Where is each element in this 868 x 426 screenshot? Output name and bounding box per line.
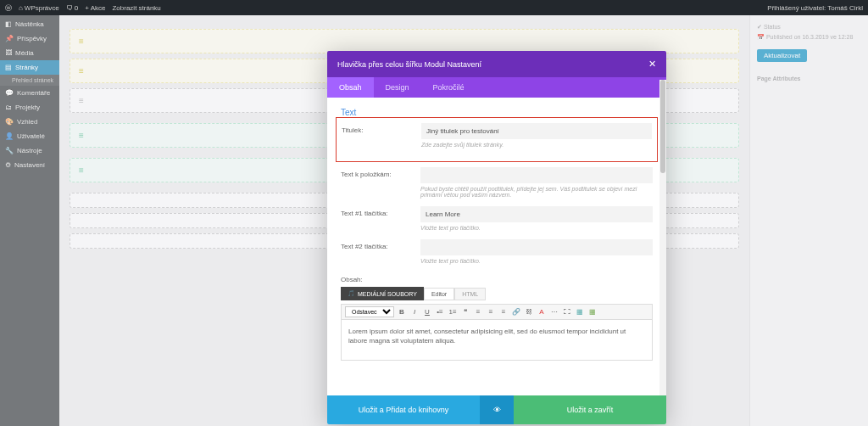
- pin-icon: 📌: [5, 35, 14, 42]
- link-icon[interactable]: 🔗: [511, 307, 521, 317]
- button2-help: Vložte text pro tlačítko.: [420, 258, 653, 264]
- button1-input[interactable]: [420, 206, 653, 222]
- wp-logo-icon[interactable]: ⓦ: [5, 3, 12, 13]
- dashboard-icon: ◧: [5, 20, 12, 28]
- modal-title: Hlavička přes celou šířku Modul Nastaven…: [337, 60, 481, 69]
- sidebar-sub-overview[interactable]: Přehled stránek: [0, 75, 59, 86]
- sidebar-item-appearance[interactable]: 🎨Vzhled: [0, 115, 59, 129]
- align-center-icon[interactable]: ≡: [486, 307, 496, 317]
- scrollbar-thumb[interactable]: [660, 80, 665, 173]
- project-icon: 🗂: [5, 104, 12, 111]
- subhead-label: Text k položkám:: [341, 167, 410, 198]
- save-close-button[interactable]: Uložit a zavřít: [514, 395, 666, 424]
- editor-tab-visual[interactable]: Editor: [424, 288, 454, 300]
- editor-tab-html[interactable]: HTML: [454, 288, 486, 300]
- eye-icon: 👁: [493, 406, 501, 414]
- tab-design[interactable]: Design: [374, 77, 421, 98]
- align-left-icon[interactable]: ≡: [473, 307, 483, 317]
- sidebar-item-comments[interactable]: 💬Komentáře: [0, 86, 59, 100]
- content-label: Obsah:: [341, 272, 653, 283]
- tab-advanced[interactable]: Pokročilé: [421, 77, 476, 98]
- brush-icon: 🎨: [5, 118, 14, 126]
- admin-bar: ⓦ ⌂ WPsprávce 🗨 0 + Akce Zobrazit stránk…: [0, 0, 868, 15]
- button2-input[interactable]: [420, 239, 653, 255]
- fullscreen-icon[interactable]: ⛶: [562, 307, 572, 317]
- media-icon: 🎵: [348, 290, 355, 297]
- sidebar-item-settings[interactable]: ⚙Nastavení: [0, 158, 59, 172]
- italic-icon[interactable]: I: [409, 307, 420, 317]
- button1-help: Vložte text pro tlačítko.: [420, 225, 653, 231]
- comment-icon: 💬: [5, 89, 14, 97]
- bold-icon[interactable]: B: [397, 307, 407, 317]
- modal-scrollbar[interactable]: [659, 80, 666, 395]
- underline-icon[interactable]: U: [422, 307, 432, 317]
- modal-tabs: Obsah Design Pokročilé: [327, 77, 666, 98]
- comments-icon[interactable]: 🗨 0: [66, 4, 78, 12]
- title-label: Titulek:: [342, 123, 411, 148]
- media-icon: 🖼: [5, 49, 12, 57]
- more-icon[interactable]: ⋯: [549, 307, 559, 317]
- tab-content[interactable]: Obsah: [327, 77, 374, 98]
- sidebar-item-media[interactable]: 🖼Média: [0, 46, 59, 60]
- close-icon[interactable]: ✕: [648, 59, 656, 70]
- title-input[interactable]: [421, 123, 652, 139]
- sidebar-item-posts[interactable]: 📌Příspěvky: [0, 31, 59, 46]
- image-icon[interactable]: ▦: [575, 307, 585, 317]
- modal-header: Hlavička přes celou šířku Modul Nastaven…: [327, 51, 666, 77]
- user-icon: 👤: [5, 132, 14, 140]
- save-to-library-button[interactable]: Uložit a Přidat do knihovny: [327, 395, 480, 424]
- sidebar-item-dashboard[interactable]: ◧Nástěnka: [0, 17, 59, 31]
- site-name[interactable]: ⌂ WPsprávce: [19, 4, 59, 12]
- content-editor[interactable]: Lorem ipsum dolor sit amet, consectetur …: [341, 320, 653, 361]
- media-library-button[interactable]: 🎵 MEDIÁLNÍ SOUBORY: [341, 287, 424, 300]
- view-page-link[interactable]: Zobrazit stránku: [112, 4, 160, 12]
- module-settings-modal: Hlavička přes celou šířku Modul Nastaven…: [327, 51, 666, 424]
- grid-icon[interactable]: ▦: [587, 307, 598, 317]
- text-color-icon[interactable]: A: [537, 307, 547, 317]
- sidebar-item-tools[interactable]: 🔧Nástroje: [0, 143, 59, 158]
- format-select[interactable]: Odstavec: [345, 306, 394, 317]
- sidebar-item-pages[interactable]: ▤Stránky: [0, 60, 59, 75]
- numbers-icon[interactable]: 1≡: [448, 307, 458, 317]
- section-text-heading: Text: [341, 108, 653, 117]
- quote-icon[interactable]: ❝: [460, 307, 470, 317]
- editor-toolbar: Odstavec B I U •≡ 1≡ ❝ ≡ ≡ ≡ 🔗 ⛓ A ⋯: [341, 304, 653, 320]
- modal-footer: Uložit a Přidat do knihovny 👁 Uložit a z…: [327, 395, 666, 424]
- new-action[interactable]: + Akce: [85, 4, 105, 12]
- highlighted-field-group: Titulek: Zde zadejte svůj titulek stránk…: [336, 117, 658, 162]
- main-content: ≡ ≡ ≡ ≡ ≡ ✔ Status 📅 Published on 16.3.2…: [59, 15, 868, 426]
- preview-button[interactable]: 👁: [480, 395, 514, 424]
- button2-label: Text #2 tlačítka:: [341, 239, 410, 264]
- page-icon: ▤: [5, 64, 12, 71]
- subhead-help: Pokud byste chtěli použít podtitulek, př…: [420, 186, 653, 198]
- wrench-icon: 🔧: [5, 147, 14, 154]
- user-greeting[interactable]: Přihlášený uživatel: Tomáš Cirkl: [767, 4, 863, 12]
- subhead-input[interactable]: [420, 167, 653, 183]
- sidebar-item-users[interactable]: 👤Uživatelé: [0, 129, 59, 143]
- admin-sidebar: ◧Nástěnka 📌Příspěvky 🖼Média ▤Stránky Pře…: [0, 15, 59, 426]
- align-right-icon[interactable]: ≡: [498, 307, 509, 317]
- gear-icon: ⚙: [5, 161, 11, 169]
- unlink-icon[interactable]: ⛓: [524, 307, 534, 317]
- sidebar-item-projects[interactable]: 🗂Projekty: [0, 100, 59, 115]
- button1-label: Text #1 tlačítka:: [341, 206, 410, 231]
- bullets-icon[interactable]: •≡: [435, 307, 445, 317]
- modal-body: Text Titulek: Zde zadejte svůj titulek s…: [327, 98, 666, 395]
- content-field: Obsah: 🎵 MEDIÁLNÍ SOUBORY Editor HTML Od…: [341, 272, 653, 361]
- title-help: Zde zadejte svůj titulek stránky.: [421, 142, 652, 148]
